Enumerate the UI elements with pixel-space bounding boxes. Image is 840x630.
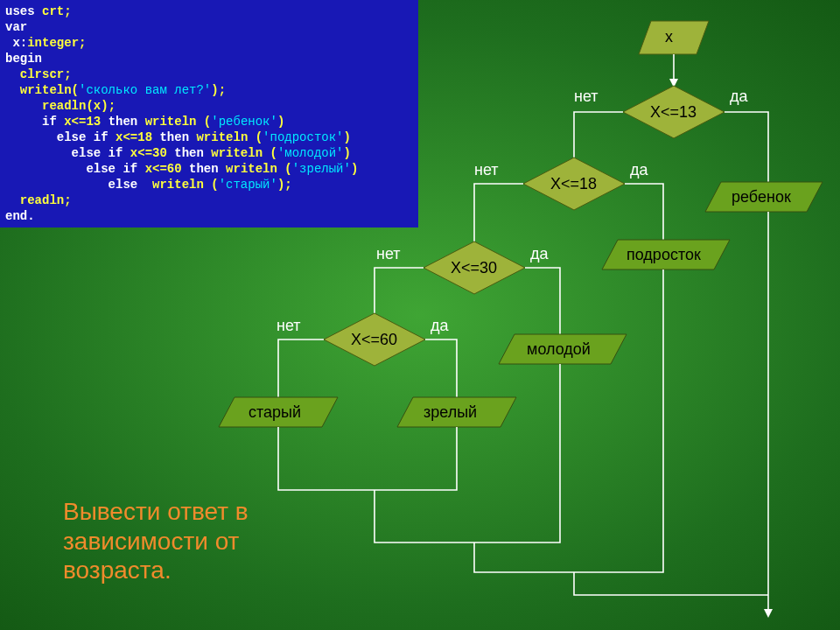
edge-yes: да (430, 317, 450, 334)
flow-o1-label: ребенок (732, 188, 791, 206)
edge-yes: да (730, 88, 749, 105)
edge-no: нет (574, 88, 598, 105)
flow-input: x (639, 21, 709, 54)
flow-output-1: ребенок (705, 182, 822, 212)
svg-marker-0 (639, 21, 709, 54)
flow-decision-4: X<=60 (324, 313, 425, 366)
svg-marker-12 (764, 609, 773, 618)
flow-o4-label: зрелый (424, 403, 477, 421)
flow-decision-1: X<=13 (623, 86, 724, 138)
flow-output-4: зрелый (397, 397, 516, 427)
edge-no: нет (376, 245, 401, 262)
flow-o2-label: подросток (626, 246, 701, 263)
flow-d1-label: X<=13 (650, 103, 696, 121)
flow-input-label: x (665, 28, 673, 46)
edge-no: нет (474, 161, 499, 178)
flow-d3-label: X<=30 (451, 259, 497, 276)
flow-output-2: подросток (602, 240, 730, 270)
flow-decision-2: X<=18 (523, 158, 625, 210)
flow-output-3: молодой (499, 334, 626, 364)
edge-yes: да (630, 161, 649, 178)
flowchart: x X<=13 да нет X<=18 да нет X<=30 (0, 0, 840, 630)
flow-o3-label: молодой (527, 340, 591, 358)
edge-yes: да (530, 245, 550, 262)
flow-output-5: старый (219, 397, 338, 427)
flow-o5-label: старый (248, 403, 301, 421)
edge-no: нет (276, 317, 301, 334)
flow-decision-3: X<=30 (424, 242, 525, 294)
flow-d2-label: X<=18 (550, 175, 597, 192)
flow-d4-label: X<=60 (351, 331, 397, 348)
slide: uses crt; var x:integer; begin clrscr; w… (0, 0, 840, 630)
